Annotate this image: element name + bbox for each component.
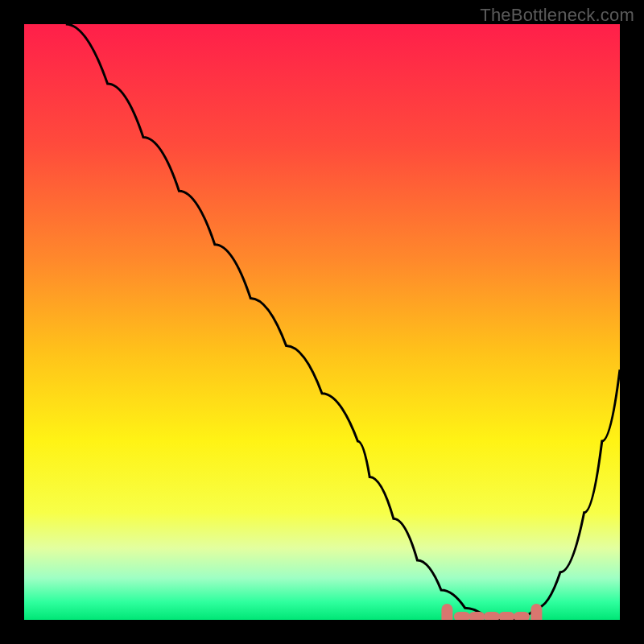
chart-container: TheBottleneck.com <box>0 0 644 644</box>
svg-rect-4 <box>484 612 500 620</box>
gradient-background <box>24 24 620 620</box>
bottleneck-chart <box>24 24 620 620</box>
svg-rect-1 <box>530 604 542 620</box>
svg-rect-6 <box>514 612 530 620</box>
svg-rect-2 <box>454 612 470 620</box>
svg-rect-3 <box>469 612 485 620</box>
watermark-text: TheBottleneck.com <box>480 5 634 26</box>
svg-rect-5 <box>498 612 514 620</box>
plot-area <box>24 24 620 620</box>
svg-rect-0 <box>441 604 452 620</box>
